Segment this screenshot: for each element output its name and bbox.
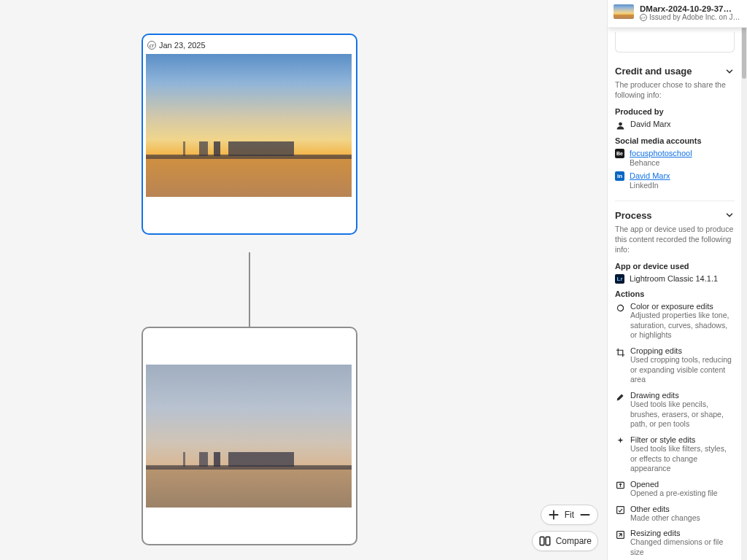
chevron-down-icon[interactable] — [724, 66, 735, 77]
sparkle-icon — [615, 436, 625, 446]
node-date-row: cr Jan 23, 2025 — [146, 38, 353, 54]
graph-connector — [249, 252, 250, 328]
compare-icon — [538, 534, 551, 548]
collapsed-card-remnant — [615, 32, 735, 52]
actions-label: Actions — [615, 289, 735, 298]
section-subtitle: The producer chose to share the followin… — [615, 79, 735, 100]
zoom-out-button[interactable] — [578, 508, 592, 521]
action-drawing: Drawing editsUsed tools like pencils, br… — [615, 391, 735, 429]
chevron-down-icon[interactable] — [724, 210, 735, 220]
producer-name: David Marx — [630, 120, 735, 128]
behance-row: Be focusphotoschool Behance — [615, 149, 735, 168]
resize-icon — [615, 529, 625, 540]
action-resize: Resizing editsChanged dimensions or file… — [615, 529, 735, 557]
action-crop: Cropping editsUsed cropping tools, reduc… — [615, 346, 735, 385]
linkedin-link[interactable]: David Marx — [630, 171, 670, 180]
details-panel: DMarx-2024-10-29-37… cr Issued by Adobe … — [607, 0, 747, 560]
node-date: Jan 23, 2025 — [159, 41, 206, 50]
zoom-in-button[interactable] — [547, 508, 560, 521]
action-filter: Filter or style editsUsed tools like fil… — [615, 435, 735, 474]
section-credit: Credit and usage The producer chose to s… — [615, 66, 735, 201]
graph-node-current[interactable]: cr Jan 23, 2025 — [142, 34, 357, 235]
crop-icon — [615, 347, 625, 357]
app-label: App or device used — [615, 262, 735, 271]
open-icon — [615, 481, 625, 491]
compare-button[interactable]: Compare — [532, 531, 598, 551]
action-other: Other editsMade other changes — [615, 505, 735, 524]
node-thumbnail — [146, 54, 352, 197]
color-icon — [615, 303, 625, 313]
action-color: Color or exposure editsAdjusted properti… — [615, 302, 735, 341]
produced-by-label: Produced by — [615, 107, 735, 116]
lightroom-icon: Lr — [615, 274, 624, 284]
producer-row: David Marx — [615, 120, 735, 131]
behance-service: Behance — [630, 158, 659, 167]
svg-rect-5 — [616, 507, 624, 514]
node-thumbnail — [146, 365, 352, 508]
svg-rect-0 — [540, 537, 544, 545]
section-process: Process The app or device used to produc… — [615, 201, 735, 560]
linkedin-row: in David Marx LinkedIn — [615, 171, 735, 190]
behance-link[interactable]: focusphotoschool — [630, 149, 692, 158]
action-opened: OpenedOpened a pre-existing file — [615, 480, 735, 499]
scrollbar-track[interactable] — [741, 0, 747, 560]
pencil-icon — [615, 392, 625, 402]
edit-icon — [615, 505, 625, 516]
social-label: Social media accounts — [615, 136, 735, 145]
zoom-control: Fit — [541, 505, 598, 525]
linkedin-icon: in — [615, 171, 624, 181]
linkedin-service: LinkedIn — [630, 181, 659, 190]
header-issued: Issued by Adobe Inc. on J… — [649, 13, 740, 21]
section-subtitle: The app or device used to produce this c… — [615, 224, 735, 255]
compare-label: Compare — [556, 536, 592, 546]
app-row: Lr Lightroom Classic 14.1.1 — [615, 274, 735, 284]
svg-rect-1 — [546, 537, 550, 545]
header-thumbnail — [614, 4, 634, 19]
section-title: Process — [615, 210, 652, 221]
behance-icon: Be — [615, 149, 624, 158]
content-credential-icon: cr — [147, 41, 156, 50]
app-name: Lightroom Classic 14.1.1 — [630, 274, 735, 283]
provenance-canvas[interactable]: cr Jan 23, 2025 Fit Comp — [0, 0, 607, 560]
header-filename: DMarx-2024-10-29-37… — [640, 4, 741, 13]
content-credential-icon: cr — [640, 14, 647, 21]
graph-node-source[interactable] — [142, 327, 357, 545]
person-icon — [615, 120, 625, 131]
section-title: Credit and usage — [615, 66, 692, 77]
panel-header[interactable]: DMarx-2024-10-29-37… cr Issued by Adobe … — [608, 0, 747, 28]
svg-point-2 — [619, 122, 622, 125]
fit-button[interactable]: Fit — [565, 510, 574, 520]
panel-scroll-content[interactable]: Credit and usage The producer chose to s… — [608, 32, 742, 560]
